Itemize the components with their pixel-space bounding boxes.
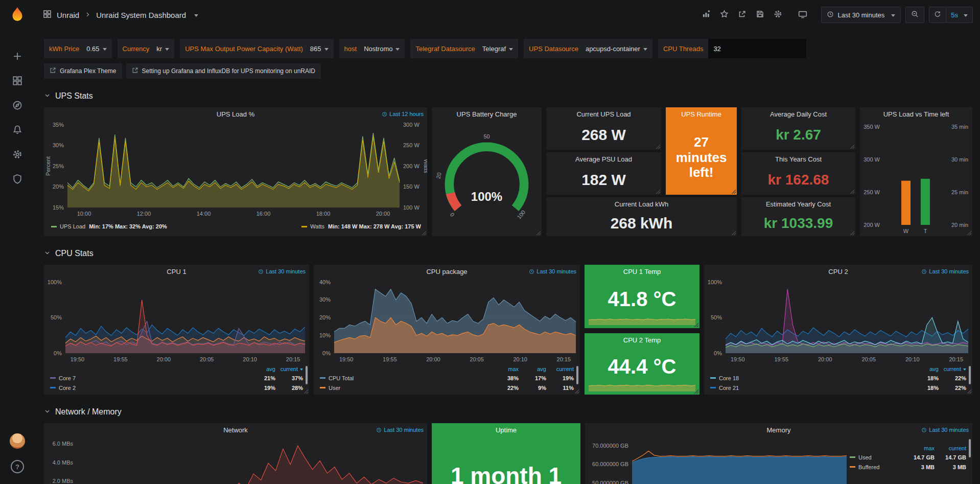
link-grafana-plex-theme[interactable]: Grafana Plex Theme xyxy=(44,63,122,79)
cpu-1-chart[interactable]: 100%50%0%19:5019:5520:0020:0520:1020:15 xyxy=(44,278,309,363)
panel-title[interactable]: Average PSU Load xyxy=(575,155,632,163)
breadcrumb-dashboard-title[interactable]: Unraid System Dashboard xyxy=(96,11,186,19)
legend-col-current[interactable]: current xyxy=(935,445,966,451)
refresh-interval-button[interactable]: 5s xyxy=(946,7,972,22)
sidebar-item-alerting[interactable] xyxy=(7,120,28,141)
row-header-network-memory[interactable]: Network / Memory xyxy=(44,406,980,418)
panel-resize-handle[interactable] xyxy=(850,145,854,149)
variable-value-dropdown[interactable]: 0.65 xyxy=(84,45,111,53)
panel-resize-handle[interactable] xyxy=(694,389,698,394)
series-name[interactable]: User xyxy=(320,385,491,391)
legend-col-max[interactable]: max xyxy=(903,445,935,451)
series-name[interactable]: Used xyxy=(850,454,903,460)
legend-col-current[interactable]: current xyxy=(546,366,574,372)
panel-title[interactable]: CPU 2 xyxy=(828,268,848,275)
sidebar-item-create[interactable] xyxy=(7,47,28,67)
sidebar-item-configuration[interactable] xyxy=(7,145,28,165)
panel-resize-handle[interactable] xyxy=(850,190,854,194)
legend-scrollbar[interactable] xyxy=(306,366,308,384)
row-header-cpu-stats[interactable]: CPU Stats xyxy=(44,247,980,260)
panel-resize-handle[interactable] xyxy=(732,190,736,194)
time-picker-button[interactable]: Last 30 minutes xyxy=(821,7,901,23)
panel-resize-handle[interactable] xyxy=(967,389,971,394)
refresh-button[interactable] xyxy=(929,7,946,22)
legend-col-max[interactable]: max xyxy=(491,366,519,372)
sidebar-item-server-admin[interactable] xyxy=(7,169,28,190)
series-name[interactable]: Core 18 xyxy=(710,375,911,381)
panel-title[interactable]: CPU 1 xyxy=(167,268,186,275)
legend-col-avg[interactable]: avg xyxy=(519,366,546,372)
panel-resize-handle[interactable] xyxy=(732,231,736,235)
panel-resize-handle[interactable] xyxy=(694,323,698,327)
legend-col-current[interactable]: current xyxy=(939,366,966,372)
panel-resize-handle[interactable] xyxy=(575,389,579,394)
panel-title[interactable]: UPS Runtime xyxy=(681,110,721,118)
panel-title[interactable]: UPS Load vs Time left xyxy=(883,110,949,118)
sidebar-item-explore[interactable] xyxy=(7,96,28,116)
panel-title[interactable]: Uptime xyxy=(496,426,517,434)
dashboard-settings-button[interactable] xyxy=(771,8,784,21)
panel-resize-handle[interactable] xyxy=(422,231,426,235)
panel-resize-handle[interactable] xyxy=(850,231,854,235)
series-name[interactable]: Buffered xyxy=(850,464,903,470)
panel-resize-handle[interactable] xyxy=(656,145,660,149)
share-dashboard-button[interactable] xyxy=(735,8,749,21)
panel-time-override[interactable]: Last 30 minutes xyxy=(258,268,306,274)
ups-load-vs-time-chart[interactable]: 350 W35 min300 W30 min250 W25 min200 W20… xyxy=(860,121,972,236)
variable-value-dropdown[interactable]: Telegraf xyxy=(480,45,518,53)
legend-scrollbar[interactable] xyxy=(969,439,971,457)
network-chart[interactable]: 6.0 MBs4.0 MBs2.0 MBs xyxy=(44,436,427,484)
panel-title[interactable]: Current Load kWh xyxy=(615,200,669,208)
breadcrumb-folder[interactable]: Unraid xyxy=(57,11,79,19)
panel-title[interactable]: CPU package xyxy=(426,268,467,275)
caret-down-icon[interactable] xyxy=(194,14,198,19)
panel-title[interactable]: Estimated Yearly Cost xyxy=(766,200,831,208)
user-avatar-button[interactable] xyxy=(7,431,28,451)
legend-scrollbar[interactable] xyxy=(969,366,971,384)
panel-title[interactable]: Average Daily Cost xyxy=(770,110,827,118)
memory-chart[interactable]: 70.000000 GB60.000000 GB50.000000 GB xyxy=(585,437,850,484)
panel-title[interactable]: This Years Cost xyxy=(775,155,822,163)
ups-load-chart[interactable]: 35%300 W30%250 W25%200 W20%150 W15%100 W… xyxy=(44,121,427,220)
panel-title[interactable]: CPU 1 Temp xyxy=(623,268,661,275)
sidebar-item-help[interactable]: ? xyxy=(7,456,28,477)
star-dashboard-button[interactable] xyxy=(717,8,731,21)
series-name[interactable]: Core 2 xyxy=(50,385,248,391)
grafana-logo[interactable] xyxy=(7,5,28,25)
cpu-package-chart[interactable]: 40%30%20%10%0%19:5019:5520:0020:0520:102… xyxy=(314,278,580,363)
panel-time-override[interactable]: Last 30 minutes xyxy=(921,427,969,433)
legend-col-current[interactable]: current xyxy=(275,366,303,372)
variable-value-dropdown[interactable]: apcupsd-container xyxy=(584,45,652,53)
add-panel-button[interactable] xyxy=(699,8,713,21)
panel-resize-handle[interactable] xyxy=(304,389,308,394)
row-header-ups-stats[interactable]: UPS Stats xyxy=(44,90,980,102)
zoom-out-button[interactable] xyxy=(905,7,924,23)
cpu-threads-input[interactable] xyxy=(708,39,806,58)
panel-title[interactable]: Current UPS Load xyxy=(576,110,631,118)
series-name[interactable]: CPU Total xyxy=(320,375,491,381)
panel-time-override[interactable]: Last 12 hours xyxy=(382,111,424,117)
cycle-view-button[interactable] xyxy=(796,8,809,21)
panel-title[interactable]: UPS Battery Charge xyxy=(457,110,517,118)
panel-resize-handle[interactable] xyxy=(967,231,971,235)
panel-title[interactable]: UPS Load % xyxy=(217,110,254,118)
series-name[interactable]: Core 21 xyxy=(710,385,911,391)
series-name[interactable]: Core 7 xyxy=(50,375,248,381)
variable-value-dropdown[interactable]: Nostromo xyxy=(362,45,405,53)
cpu-2-chart[interactable]: 100%50%0%19:5019:5520:0020:0520:1020:15 xyxy=(704,278,972,363)
legend-scrollbar[interactable] xyxy=(576,366,578,384)
legend-col-avg[interactable]: avg xyxy=(248,366,275,372)
panel-title[interactable]: CPU 2 Temp xyxy=(623,336,661,344)
variable-value-dropdown[interactable]: 865 xyxy=(308,45,334,53)
sidebar-item-dashboards[interactable] xyxy=(7,71,28,91)
legend-col-avg[interactable]: avg xyxy=(911,366,939,372)
panel-title[interactable]: Network xyxy=(223,426,248,434)
panel-resize-handle[interactable] xyxy=(656,190,660,194)
panel-title[interactable]: Memory xyxy=(767,426,791,434)
save-dashboard-button[interactable] xyxy=(753,8,766,21)
battery-gauge[interactable]: 02050100100% xyxy=(432,121,542,236)
panel-time-override[interactable]: Last 30 minutes xyxy=(921,268,969,274)
panel-resize-handle[interactable] xyxy=(536,231,541,235)
link-ups-monitoring-guide[interactable]: Setting up Grafana and InfluxDB for UPS … xyxy=(126,63,321,79)
series-name[interactable]: UPS Load xyxy=(60,223,85,229)
